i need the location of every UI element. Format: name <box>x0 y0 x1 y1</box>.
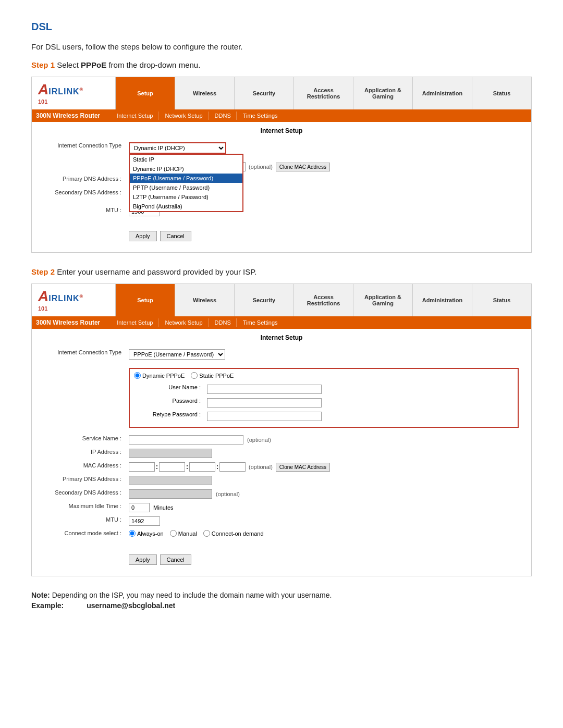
step2-label: Step 2 Enter your username and password … <box>31 267 532 276</box>
idle-input[interactable] <box>129 503 150 512</box>
idle-cell: Minutes <box>126 501 522 514</box>
mac-colon-2a: : <box>156 463 158 471</box>
subnav-internet-setup-1[interactable]: Internet Setup <box>112 112 158 120</box>
primary-dns-label-1: Primary DNS Address : <box>41 174 125 187</box>
pppoe-red-box: Dynamic PPPoE Static PPPoE User Name : <box>129 368 519 428</box>
cancel-button-1[interactable]: Cancel <box>160 231 191 241</box>
nav-setup-1[interactable]: Setup <box>115 77 175 109</box>
mtu-label-2: MTU : <box>41 515 125 527</box>
nav-admin-2[interactable]: Administration <box>412 284 472 316</box>
logo-reg: ® <box>80 87 84 92</box>
logo-irlink: IRLINK® <box>48 87 83 96</box>
username-input[interactable] <box>207 385 322 394</box>
radio-dynamic-pppoe[interactable]: Dynamic PPPoE <box>134 372 185 379</box>
primary-dns-cell-2 <box>126 474 522 487</box>
example-paragraph: Example: username@sbcglobal.net <box>31 601 532 610</box>
username-label: User Name : <box>135 383 203 396</box>
mac-input-2a[interactable] <box>129 462 155 472</box>
radio-static-pppoe[interactable]: Static PPPoE <box>191 372 234 379</box>
username-cell <box>204 383 325 396</box>
secondary-dns-input-2[interactable] <box>129 489 212 499</box>
service-input[interactable] <box>129 435 243 445</box>
subnav-network-setup-2[interactable]: Network Setup <box>160 318 208 327</box>
router-frame-1: AIRLINK® 101 Setup Wireless Security Acc… <box>31 77 532 253</box>
radio-dynamic-label: Dynamic PPPoE <box>142 373 185 379</box>
nav-access-1[interactable]: AccessRestrictions <box>293 77 353 109</box>
option-dynamic-dhcp[interactable]: Dynamic IP (DHCP) <box>130 164 242 174</box>
radio-connect-label: Connect-on demand <box>212 530 264 537</box>
ip-input[interactable] <box>129 449 212 458</box>
content-title-1: Internet Setup <box>40 127 523 134</box>
radio-connect-input[interactable] <box>203 530 210 537</box>
example-value: username@sbcglobal.net <box>87 601 175 610</box>
logo-101-2: 101 <box>38 305 47 312</box>
radio-dynamic-input[interactable] <box>134 372 141 379</box>
secondary-dns-cell-2: (optional) <box>126 488 522 500</box>
subnav-ddns-2[interactable]: DDNS <box>210 318 237 327</box>
subnav-network-setup-1[interactable]: Network Setup <box>160 112 208 120</box>
option-static-ip[interactable]: Static IP <box>130 155 242 164</box>
nav-wireless-2[interactable]: Wireless <box>175 284 234 316</box>
connection-type-select-1[interactable]: Dynamic IP (DHCP) Static IP PPPoE (Usern… <box>129 142 226 154</box>
apply-label-1 <box>41 223 125 243</box>
option-bigpond[interactable]: BigPond (Australia) <box>130 202 242 211</box>
connection-type-select-2[interactable]: PPPoE (Username / Password) Static IP Dy… <box>129 349 225 360</box>
router-logo-2: AIRLINK® 101 <box>32 284 115 316</box>
nav-admin-1[interactable]: Administration <box>412 77 472 109</box>
mac-input-2b[interactable] <box>159 462 185 472</box>
option-pppoe[interactable]: PPPoE (Username / Password) <box>130 174 242 183</box>
apply-cell-2: Apply Cancel <box>126 547 522 566</box>
dropdown-wrap-1: Dynamic IP (DHCP) Static IP PPPoE (Usern… <box>129 142 226 154</box>
subnav-time-2[interactable]: Time Settings <box>238 318 283 327</box>
step1-num: Step 1 <box>31 60 55 69</box>
nav-appgaming-2[interactable]: Application &Gaming <box>353 284 412 316</box>
router-content-2: Internet Setup Internet Connection Type … <box>32 329 531 576</box>
retype-input[interactable] <box>207 412 322 421</box>
password-label: Password : <box>135 397 203 409</box>
option-l2tp[interactable]: L2TP (Username / Password) <box>130 192 242 202</box>
nav-access-2[interactable]: AccessRestrictions <box>293 284 353 316</box>
clone-mac-button-2[interactable]: Clone MAC Address <box>276 463 330 472</box>
primary-dns-input-2[interactable] <box>129 476 212 485</box>
mac-colon-2b: : <box>186 463 188 471</box>
subnav-ddns-1[interactable]: DDNS <box>210 112 237 120</box>
mtu-input-2[interactable] <box>129 516 160 526</box>
subnav-time-1[interactable]: Time Settings <box>238 112 283 120</box>
dropdown-list-1: Static IP Dynamic IP (DHCP) PPPoE (Usern… <box>129 154 243 212</box>
cancel-button-2[interactable]: Cancel <box>160 554 191 565</box>
nav-status-2[interactable]: Status <box>472 284 531 316</box>
service-label: Service Name : <box>41 434 125 446</box>
nav-status-1[interactable]: Status <box>472 77 531 109</box>
mtu-cell-2 <box>126 515 522 527</box>
radio-connect-on-demand[interactable]: Connect-on demand <box>203 530 264 537</box>
subnav-internet-setup-2[interactable]: Internet Setup <box>112 318 158 327</box>
nav-security-1[interactable]: Security <box>234 77 293 109</box>
minutes-label: Minutes <box>153 504 174 511</box>
mac-input-2d[interactable] <box>219 462 246 472</box>
clone-mac-button-1[interactable]: Clone MAC Address <box>276 163 330 171</box>
connection-type-cell-1: Dynamic IP (DHCP) Static IP PPPoE (Usern… <box>126 141 522 155</box>
retype-cell <box>204 410 325 423</box>
apply-button-1[interactable]: Apply <box>129 231 157 241</box>
nav-security-2[interactable]: Security <box>234 284 293 316</box>
nav-wireless-1[interactable]: Wireless <box>175 77 234 109</box>
optional-1: (optional) <box>249 164 273 170</box>
radio-manual-input[interactable] <box>170 530 177 537</box>
mac-input-2c[interactable] <box>189 462 215 472</box>
radio-manual[interactable]: Manual <box>170 530 197 537</box>
btn-row-1: Apply Cancel <box>129 231 519 241</box>
nav-setup-2[interactable]: Setup <box>115 284 175 316</box>
intro-text: For DSL users, follow the steps below to… <box>31 42 532 51</box>
apply-button-2[interactable]: Apply <box>129 554 157 565</box>
radio-always-input[interactable] <box>129 530 136 537</box>
nav-appgaming-1[interactable]: Application &Gaming <box>353 77 412 109</box>
radio-always-on[interactable]: Always-on <box>129 530 164 537</box>
logo-a-2: A <box>38 288 48 304</box>
password-input[interactable] <box>207 398 322 408</box>
radio-static-input[interactable] <box>191 372 198 379</box>
router-logo-1: AIRLINK® 101 <box>32 77 115 109</box>
radio-manual-label: Manual <box>178 530 197 537</box>
radio-always-label: Always-on <box>137 530 164 537</box>
option-pptp[interactable]: PPTP (Username / Password) <box>130 183 242 192</box>
connect-mode-cell: Always-on Manual Connect-on demand <box>126 528 522 541</box>
